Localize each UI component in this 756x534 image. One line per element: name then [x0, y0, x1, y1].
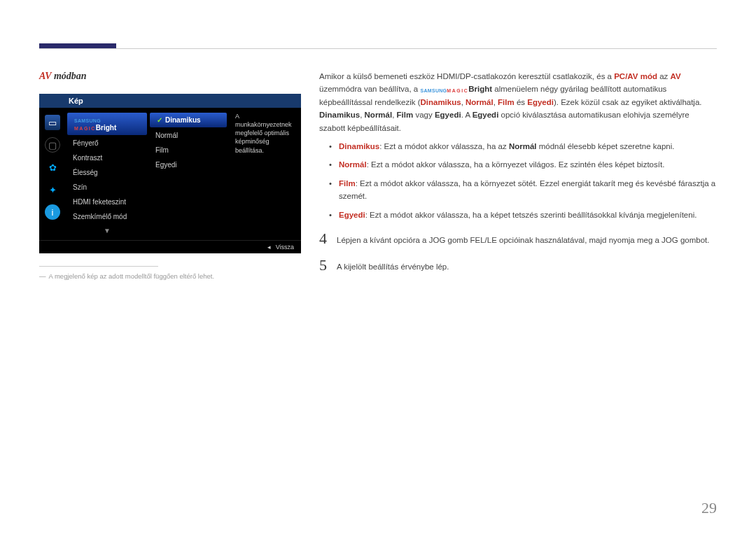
osd-menu-col2: ✓Dinamikus Normál Film Egyedi [148, 108, 228, 240]
osd-item[interactable]: Szín [66, 180, 148, 195]
step-5: 5 A kijelölt beállítás érvénybe lép. [319, 258, 717, 273]
scroll-down-icon[interactable]: ▼ [66, 227, 148, 236]
osd-description: A munkakörnyezetnek megfelelő optimális … [228, 108, 301, 240]
osd-option[interactable]: Egyedi [148, 157, 228, 172]
frame-icon[interactable]: ▢ [45, 137, 60, 153]
osd-menu-col1: SAMSUNG MAGICBright Fényerő Kontraszt Él… [66, 108, 148, 240]
header-divider [39, 43, 717, 49]
step-number: 5 [319, 258, 327, 273]
back-label[interactable]: Vissza [276, 244, 294, 251]
osd-option[interactable]: Film [148, 143, 228, 157]
osd-panel: Kép ▭ ▢ ✿ ✦ i SAMSUNG MAGICBright [39, 94, 301, 253]
section-title: AV módban [39, 70, 301, 82]
osd-item[interactable]: Fényerő [66, 136, 148, 150]
header-line [39, 48, 717, 49]
osd-item-magicbright[interactable]: SAMSUNG MAGICBright [67, 113, 147, 135]
osd-item[interactable]: Élesség [66, 165, 148, 180]
osd-option-selected[interactable]: ✓Dinamikus [150, 113, 227, 127]
step-text: A kijelölt beállítás érvénybe lép. [337, 258, 717, 273]
monitor-icon[interactable]: ▭ [45, 115, 60, 130]
osd-item[interactable]: Szemkímélő mód [66, 209, 148, 224]
body-text: Amikor a külső bemeneti eszköz HDMI/DP-c… [319, 70, 717, 285]
mode-bullet-list: Dinamikus: Ezt a módot akkor válassza, h… [319, 140, 717, 221]
step-number: 4 [319, 231, 327, 246]
title-prefix: AV [39, 71, 51, 81]
osd-header: Kép [39, 94, 301, 108]
list-item: Egyedi: Ezt a módot akkor válassza, ha a… [319, 209, 717, 221]
page-number: 29 [701, 499, 717, 517]
list-item: Normál: Ezt a módot akkor válassza, ha a… [319, 158, 717, 171]
settings-icon[interactable]: ✿ [45, 160, 60, 175]
osd-item[interactable]: HDMI feketeszint [66, 195, 148, 209]
list-item: Dinamikus: Ezt a módot akkor válassza, h… [319, 140, 717, 153]
osd-option[interactable]: Normál [148, 128, 228, 143]
info-icon[interactable]: i [45, 204, 60, 220]
move-icon[interactable]: ✦ [45, 182, 60, 197]
list-item: Film: Ezt a módot akkor válassza, ha a k… [319, 177, 717, 203]
footnote: ―A megjelenő kép az adott modelltől függ… [39, 272, 301, 280]
dash-icon: ― [39, 272, 46, 280]
note-divider [39, 266, 158, 267]
step-text: Lépjen a kívánt opcióra a JOG gomb FEL/L… [337, 231, 717, 246]
osd-footer: ◂ Vissza [39, 240, 301, 253]
check-icon: ✓ [157, 116, 162, 124]
back-arrow-icon[interactable]: ◂ [267, 244, 271, 251]
osd-sidebar-icons: ▭ ▢ ✿ ✦ i [39, 108, 66, 240]
step-4: 4 Lépjen a kívánt opcióra a JOG gomb FEL… [319, 231, 717, 246]
osd-item[interactable]: Kontraszt [66, 150, 148, 165]
title-suffix: módban [51, 71, 86, 81]
intro-paragraph: Amikor a külső bemeneti eszköz HDMI/DP-c… [319, 70, 717, 134]
